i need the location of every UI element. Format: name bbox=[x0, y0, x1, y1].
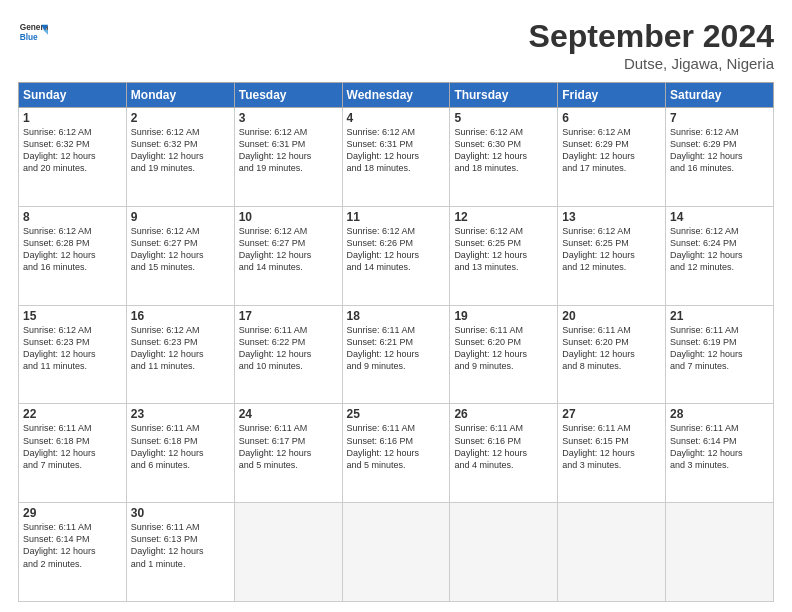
day-info: Sunrise: 6:12 AM Sunset: 6:30 PM Dayligh… bbox=[454, 126, 553, 175]
day-number: 19 bbox=[454, 309, 553, 323]
day-number: 15 bbox=[23, 309, 122, 323]
svg-text:Blue: Blue bbox=[20, 32, 38, 42]
day-info: Sunrise: 6:11 AM Sunset: 6:16 PM Dayligh… bbox=[454, 422, 553, 471]
calendar-cell: 2Sunrise: 6:12 AM Sunset: 6:32 PM Daylig… bbox=[126, 108, 234, 207]
day-number: 6 bbox=[562, 111, 661, 125]
calendar-cell: 14Sunrise: 6:12 AM Sunset: 6:24 PM Dayli… bbox=[666, 206, 774, 305]
calendar-cell: 22Sunrise: 6:11 AM Sunset: 6:18 PM Dayli… bbox=[19, 404, 127, 503]
location-title: Dutse, Jigawa, Nigeria bbox=[529, 55, 774, 72]
calendar-cell: 28Sunrise: 6:11 AM Sunset: 6:14 PM Dayli… bbox=[666, 404, 774, 503]
calendar-cell: 23Sunrise: 6:11 AM Sunset: 6:18 PM Dayli… bbox=[126, 404, 234, 503]
day-number: 29 bbox=[23, 506, 122, 520]
calendar-cell bbox=[666, 503, 774, 602]
day-number: 25 bbox=[347, 407, 446, 421]
calendar-cell: 4Sunrise: 6:12 AM Sunset: 6:31 PM Daylig… bbox=[342, 108, 450, 207]
day-number: 28 bbox=[670, 407, 769, 421]
day-number: 9 bbox=[131, 210, 230, 224]
col-header-monday: Monday bbox=[126, 83, 234, 108]
day-info: Sunrise: 6:11 AM Sunset: 6:16 PM Dayligh… bbox=[347, 422, 446, 471]
calendar-cell bbox=[342, 503, 450, 602]
calendar-row-2: 15Sunrise: 6:12 AM Sunset: 6:23 PM Dayli… bbox=[19, 305, 774, 404]
calendar-cell: 24Sunrise: 6:11 AM Sunset: 6:17 PM Dayli… bbox=[234, 404, 342, 503]
day-number: 3 bbox=[239, 111, 338, 125]
day-info: Sunrise: 6:11 AM Sunset: 6:22 PM Dayligh… bbox=[239, 324, 338, 373]
col-header-friday: Friday bbox=[558, 83, 666, 108]
calendar-cell: 13Sunrise: 6:12 AM Sunset: 6:25 PM Dayli… bbox=[558, 206, 666, 305]
calendar-cell: 11Sunrise: 6:12 AM Sunset: 6:26 PM Dayli… bbox=[342, 206, 450, 305]
month-title: September 2024 bbox=[529, 18, 774, 55]
col-header-thursday: Thursday bbox=[450, 83, 558, 108]
calendar-row-4: 29Sunrise: 6:11 AM Sunset: 6:14 PM Dayli… bbox=[19, 503, 774, 602]
title-area: September 2024 Dutse, Jigawa, Nigeria bbox=[529, 18, 774, 72]
calendar-cell: 12Sunrise: 6:12 AM Sunset: 6:25 PM Dayli… bbox=[450, 206, 558, 305]
calendar-cell: 27Sunrise: 6:11 AM Sunset: 6:15 PM Dayli… bbox=[558, 404, 666, 503]
calendar-cell: 6Sunrise: 6:12 AM Sunset: 6:29 PM Daylig… bbox=[558, 108, 666, 207]
calendar-cell bbox=[234, 503, 342, 602]
calendar-cell: 8Sunrise: 6:12 AM Sunset: 6:28 PM Daylig… bbox=[19, 206, 127, 305]
calendar-cell: 18Sunrise: 6:11 AM Sunset: 6:21 PM Dayli… bbox=[342, 305, 450, 404]
calendar-cell: 1Sunrise: 6:12 AM Sunset: 6:32 PM Daylig… bbox=[19, 108, 127, 207]
col-header-saturday: Saturday bbox=[666, 83, 774, 108]
col-header-sunday: Sunday bbox=[19, 83, 127, 108]
day-number: 18 bbox=[347, 309, 446, 323]
page: General Blue September 2024 Dutse, Jigaw… bbox=[0, 0, 792, 612]
day-number: 7 bbox=[670, 111, 769, 125]
calendar-cell: 16Sunrise: 6:12 AM Sunset: 6:23 PM Dayli… bbox=[126, 305, 234, 404]
day-info: Sunrise: 6:12 AM Sunset: 6:26 PM Dayligh… bbox=[347, 225, 446, 274]
day-number: 23 bbox=[131, 407, 230, 421]
day-number: 24 bbox=[239, 407, 338, 421]
calendar-cell: 7Sunrise: 6:12 AM Sunset: 6:29 PM Daylig… bbox=[666, 108, 774, 207]
calendar-row-3: 22Sunrise: 6:11 AM Sunset: 6:18 PM Dayli… bbox=[19, 404, 774, 503]
calendar-row-1: 8Sunrise: 6:12 AM Sunset: 6:28 PM Daylig… bbox=[19, 206, 774, 305]
calendar-cell: 9Sunrise: 6:12 AM Sunset: 6:27 PM Daylig… bbox=[126, 206, 234, 305]
logo-icon: General Blue bbox=[18, 18, 48, 48]
header: General Blue September 2024 Dutse, Jigaw… bbox=[18, 18, 774, 72]
day-info: Sunrise: 6:12 AM Sunset: 6:27 PM Dayligh… bbox=[239, 225, 338, 274]
day-number: 11 bbox=[347, 210, 446, 224]
calendar-cell: 29Sunrise: 6:11 AM Sunset: 6:14 PM Dayli… bbox=[19, 503, 127, 602]
day-number: 16 bbox=[131, 309, 230, 323]
day-info: Sunrise: 6:11 AM Sunset: 6:14 PM Dayligh… bbox=[23, 521, 122, 570]
calendar-cell: 30Sunrise: 6:11 AM Sunset: 6:13 PM Dayli… bbox=[126, 503, 234, 602]
calendar-cell: 26Sunrise: 6:11 AM Sunset: 6:16 PM Dayli… bbox=[450, 404, 558, 503]
day-info: Sunrise: 6:12 AM Sunset: 6:32 PM Dayligh… bbox=[131, 126, 230, 175]
logo: General Blue bbox=[18, 18, 48, 48]
col-header-wednesday: Wednesday bbox=[342, 83, 450, 108]
calendar-cell: 25Sunrise: 6:11 AM Sunset: 6:16 PM Dayli… bbox=[342, 404, 450, 503]
day-info: Sunrise: 6:11 AM Sunset: 6:18 PM Dayligh… bbox=[23, 422, 122, 471]
day-number: 2 bbox=[131, 111, 230, 125]
day-number: 30 bbox=[131, 506, 230, 520]
day-number: 26 bbox=[454, 407, 553, 421]
day-info: Sunrise: 6:11 AM Sunset: 6:17 PM Dayligh… bbox=[239, 422, 338, 471]
day-info: Sunrise: 6:12 AM Sunset: 6:31 PM Dayligh… bbox=[239, 126, 338, 175]
day-number: 13 bbox=[562, 210, 661, 224]
day-number: 20 bbox=[562, 309, 661, 323]
day-number: 10 bbox=[239, 210, 338, 224]
day-number: 4 bbox=[347, 111, 446, 125]
calendar-row-0: 1Sunrise: 6:12 AM Sunset: 6:32 PM Daylig… bbox=[19, 108, 774, 207]
day-info: Sunrise: 6:11 AM Sunset: 6:20 PM Dayligh… bbox=[454, 324, 553, 373]
day-info: Sunrise: 6:12 AM Sunset: 6:25 PM Dayligh… bbox=[562, 225, 661, 274]
day-info: Sunrise: 6:11 AM Sunset: 6:19 PM Dayligh… bbox=[670, 324, 769, 373]
day-info: Sunrise: 6:12 AM Sunset: 6:32 PM Dayligh… bbox=[23, 126, 122, 175]
day-info: Sunrise: 6:12 AM Sunset: 6:29 PM Dayligh… bbox=[562, 126, 661, 175]
calendar-cell: 15Sunrise: 6:12 AM Sunset: 6:23 PM Dayli… bbox=[19, 305, 127, 404]
calendar-table: SundayMondayTuesdayWednesdayThursdayFrid… bbox=[18, 82, 774, 602]
day-number: 17 bbox=[239, 309, 338, 323]
calendar-cell bbox=[450, 503, 558, 602]
calendar-cell: 19Sunrise: 6:11 AM Sunset: 6:20 PM Dayli… bbox=[450, 305, 558, 404]
calendar-cell bbox=[558, 503, 666, 602]
day-info: Sunrise: 6:11 AM Sunset: 6:15 PM Dayligh… bbox=[562, 422, 661, 471]
day-number: 1 bbox=[23, 111, 122, 125]
day-info: Sunrise: 6:12 AM Sunset: 6:27 PM Dayligh… bbox=[131, 225, 230, 274]
day-number: 22 bbox=[23, 407, 122, 421]
day-info: Sunrise: 6:12 AM Sunset: 6:23 PM Dayligh… bbox=[131, 324, 230, 373]
day-info: Sunrise: 6:12 AM Sunset: 6:25 PM Dayligh… bbox=[454, 225, 553, 274]
day-info: Sunrise: 6:12 AM Sunset: 6:23 PM Dayligh… bbox=[23, 324, 122, 373]
calendar-cell: 3Sunrise: 6:12 AM Sunset: 6:31 PM Daylig… bbox=[234, 108, 342, 207]
day-number: 21 bbox=[670, 309, 769, 323]
calendar-cell: 5Sunrise: 6:12 AM Sunset: 6:30 PM Daylig… bbox=[450, 108, 558, 207]
calendar-cell: 17Sunrise: 6:11 AM Sunset: 6:22 PM Dayli… bbox=[234, 305, 342, 404]
day-number: 27 bbox=[562, 407, 661, 421]
calendar-cell: 20Sunrise: 6:11 AM Sunset: 6:20 PM Dayli… bbox=[558, 305, 666, 404]
